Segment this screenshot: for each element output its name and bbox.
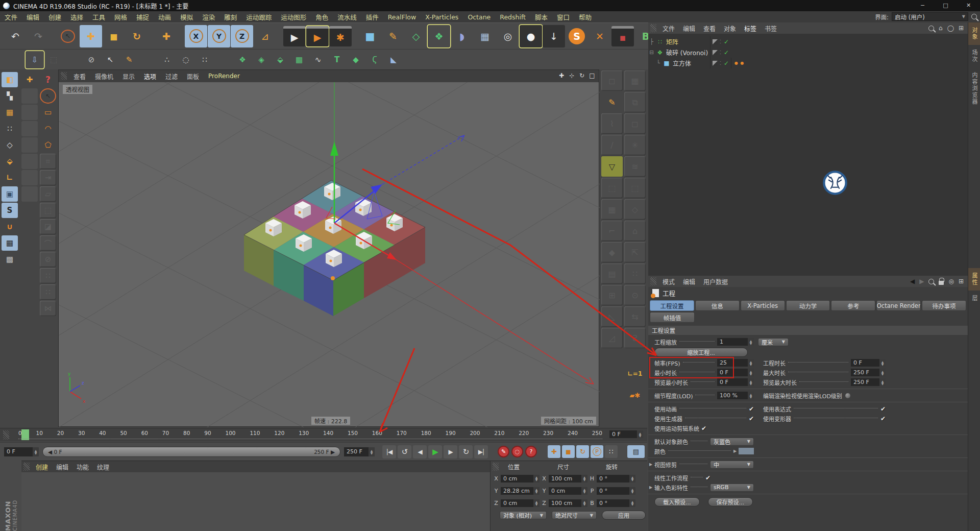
light-icon[interactable]: ● xyxy=(520,25,542,47)
lock-z-axis-icon[interactable]: Z xyxy=(231,25,253,47)
separate-icon[interactable]: ◇ xyxy=(624,199,646,220)
axis-center-icon[interactable]: ∟=1 xyxy=(624,364,646,384)
play-icon[interactable]: ▶ xyxy=(428,445,442,458)
mesh-cube-icon[interactable]: ▦ xyxy=(290,51,308,68)
perspective-viewport[interactable]: y x z 查看摄像机显示选项过滤面板ProRender ✚⊹↻□ 透视视图 帧… xyxy=(58,69,599,427)
deformer-icon[interactable]: ◗ xyxy=(451,25,473,47)
menu-item[interactable]: 动画 xyxy=(154,12,176,22)
section-header[interactable]: 工程设置 xyxy=(648,326,968,335)
split-icon[interactable]: ◆ xyxy=(601,242,623,262)
attribute-menu-item[interactable]: 用户数据 xyxy=(699,277,732,286)
size-z-field[interactable]: 100 cm▲▼ xyxy=(549,499,587,507)
viewport-menu-item[interactable]: 选项 xyxy=(139,72,161,81)
size-x-field[interactable]: 100 cm▲▼ xyxy=(549,475,587,482)
snap-icon[interactable]: S xyxy=(2,203,18,218)
emitter-icon[interactable]: ✕ xyxy=(589,25,611,47)
viewport-menu-item[interactable]: 摄像机 xyxy=(90,72,118,81)
attribute-menu-item[interactable]: 模式 xyxy=(658,277,679,286)
undo-icon[interactable]: ↶ xyxy=(4,25,27,47)
use-deformers-checkbox[interactable]: ✔ xyxy=(880,415,886,422)
object-tags[interactable]: ● ● xyxy=(731,58,745,68)
focus-icon[interactable]: ◎ xyxy=(948,278,953,285)
empty-cell[interactable] xyxy=(21,88,38,104)
empty-cell[interactable] xyxy=(21,186,38,202)
menu-item[interactable]: 脚本 xyxy=(530,12,552,22)
menu-item[interactable]: Redshift xyxy=(495,13,530,21)
view-clipping-dropdown[interactable]: 中▼ xyxy=(710,461,754,469)
input-profile-dropdown[interactable]: sRGB▼ xyxy=(710,484,754,492)
size-y-field[interactable]: 0 cm▲▼ xyxy=(549,487,587,495)
plane-cut-icon[interactable]: ▽ xyxy=(601,156,623,177)
drag-handle-icon[interactable] xyxy=(3,430,9,440)
menu-item[interactable]: 选择 xyxy=(66,12,88,22)
locked-tool-icon[interactable]: ⬚ xyxy=(44,51,63,68)
attribute-tab[interactable]: 工程设置 xyxy=(650,300,694,311)
add-cube-icon[interactable]: ◼ xyxy=(359,25,381,47)
goto-start-icon[interactable]: |◀ xyxy=(382,445,396,458)
extrude-icon[interactable]: ▱ xyxy=(40,186,56,202)
arrow-tool-icon[interactable]: ⇥ xyxy=(40,170,56,185)
separator[interactable] xyxy=(63,51,82,68)
edges-mode-icon[interactable]: ◇ xyxy=(2,137,18,153)
panel-tab[interactable]: 属性 xyxy=(968,268,980,291)
points-mode-icon[interactable]: ∷ xyxy=(2,121,18,136)
scale-project-button[interactable]: 缩放工程... xyxy=(654,348,748,357)
menu-item[interactable]: 插件 xyxy=(361,12,383,22)
matrix-cube-icon[interactable]: ◈ xyxy=(252,51,271,68)
drag-handle-icon[interactable] xyxy=(650,24,656,32)
lock-x-axis-icon[interactable]: X xyxy=(185,25,207,47)
measure-icon[interactable]: ⌇ xyxy=(601,113,623,134)
position-z-field[interactable]: 0 cm▲▼ xyxy=(501,499,540,507)
set-point-icon[interactable]: ⊙ xyxy=(624,285,646,305)
viewport-menu-item[interactable]: 查看 xyxy=(69,72,90,81)
toggle-view-icon[interactable]: □ xyxy=(587,70,597,81)
menu-item[interactable]: 运动跟踪 xyxy=(241,12,276,22)
motion-clip-icon[interactable]: ▪ xyxy=(611,26,634,46)
material-menu-item[interactable]: 纹理 xyxy=(93,463,113,471)
axis-workplane-icon[interactable]: ⇩ xyxy=(26,51,44,68)
interface-dropdown[interactable]: 启动 (用户)▼ xyxy=(892,12,968,21)
history-forward-icon[interactable]: ▶ xyxy=(919,278,924,285)
record-scale-icon[interactable]: ◼ xyxy=(562,445,575,458)
previous-frame-icon[interactable]: ◀ xyxy=(413,445,427,458)
frame-selected-icon[interactable]: ⌗ xyxy=(40,154,56,169)
view-label[interactable]: 透视视图 xyxy=(63,85,92,94)
menu-item[interactable]: 文件 xyxy=(0,12,22,22)
polygons-mode-icon[interactable]: ⬙ xyxy=(2,154,18,169)
attribute-tab[interactable]: 动力学 xyxy=(786,300,830,311)
edge-cut-icon[interactable]: ◻ xyxy=(601,70,623,91)
polygon-pen-icon[interactable]: ⊘ xyxy=(40,252,56,267)
separator[interactable] xyxy=(50,25,56,47)
position-mode-dropdown[interactable]: 对象 (相对)▼ xyxy=(500,511,547,519)
spline-chain-icon[interactable]: ∿ xyxy=(309,51,327,68)
spline-swirl-icon[interactable]: Ϛ xyxy=(365,51,384,68)
points-circle-icon[interactable]: ◌ xyxy=(177,51,195,68)
default-color-dropdown[interactable]: 灰蓝色▼ xyxy=(710,438,754,446)
separator[interactable] xyxy=(214,51,233,68)
workplane-mode-icon[interactable]: ▩ xyxy=(2,252,18,267)
move-tool-icon[interactable]: ✚ xyxy=(21,72,38,87)
expander-icon[interactable]: ⊟ xyxy=(648,50,655,55)
weld-icon[interactable]: ▦ xyxy=(601,199,623,220)
menu-item[interactable]: 捕捉 xyxy=(132,12,154,22)
attribute-tab[interactable]: 待办事项 xyxy=(922,300,966,311)
menu-item[interactable]: 窗口 xyxy=(552,12,574,22)
zoom-view-icon[interactable]: ⊹ xyxy=(567,70,576,81)
clone-icon[interactable]: ⧉ xyxy=(624,92,646,112)
triangulate-icon[interactable]: ◺ xyxy=(601,306,623,327)
explode-icon[interactable]: ✳ xyxy=(624,135,646,155)
rect-select-icon[interactable]: ▭ xyxy=(40,105,56,120)
history-back-icon[interactable]: ◀ xyxy=(910,278,915,285)
expand-arrow-icon[interactable]: ▶ xyxy=(733,449,739,453)
floor-icon[interactable]: ▦ xyxy=(474,25,496,47)
rotate-tool-icon[interactable]: ↻ xyxy=(126,25,148,47)
max-time-field[interactable]: 250 F▲▼ xyxy=(851,369,886,376)
size-mode-dropdown[interactable]: 绝对尺寸▼ xyxy=(552,511,597,519)
close-hole-icon[interactable]: ⋈ xyxy=(40,301,56,316)
project-scale-field[interactable]: 1▲▼ xyxy=(717,338,754,346)
empty-cell[interactable] xyxy=(21,154,38,169)
menu-item[interactable]: 创建 xyxy=(44,12,66,22)
viewport-menu-item[interactable]: 显示 xyxy=(118,72,139,81)
use-generators-checkbox[interactable]: ✔ xyxy=(749,415,754,422)
object-manager-menu-item[interactable]: 书签 xyxy=(761,24,781,33)
